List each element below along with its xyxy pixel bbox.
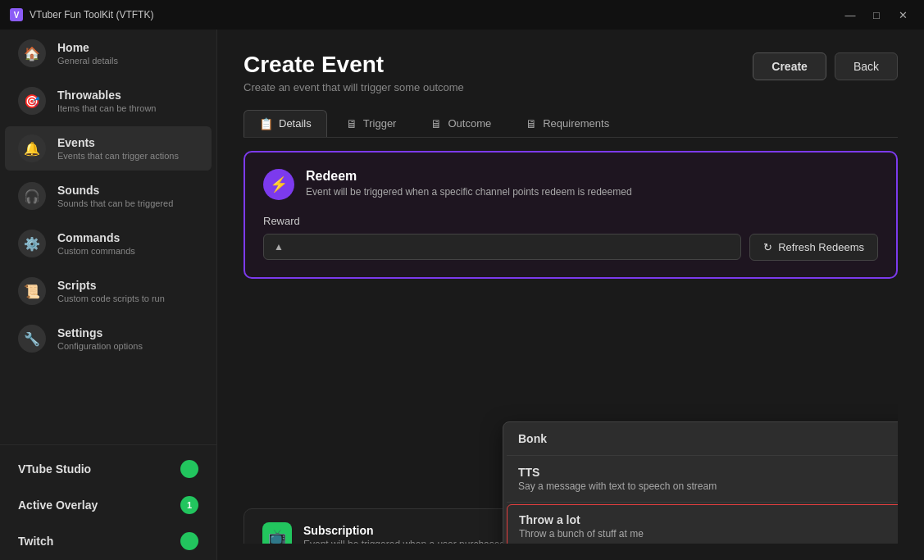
tab-details[interactable]: 📋 Details — [244, 110, 327, 137]
sidebar-label-scripts: Scripts — [57, 279, 165, 292]
refresh-icon: ↻ — [763, 241, 772, 253]
throw-a-lot-title: Throw a lot — [519, 513, 898, 526]
sidebar-sub-home: General details — [57, 56, 118, 66]
sidebar-label-sounds: Sounds — [57, 184, 173, 197]
reward-row: ▲ ↻ Refresh Redeems — [263, 234, 878, 261]
dropdown-item-throw-a-lot[interactable]: Throw a lot Throw a bunch of stuff at me — [507, 504, 898, 544]
tab-trigger[interactable]: 🖥 Trigger — [330, 110, 412, 137]
dropdown-item-bonk[interactable]: Bonk — [503, 422, 898, 455]
content-scroll: ⚡ Redeem Event will be triggered when a … — [244, 151, 898, 544]
header-actions: Create Back — [753, 52, 898, 80]
events-icon: 🔔 — [18, 134, 46, 162]
main-content: Create Event Create an event that will t… — [217, 30, 924, 560]
details-tab-icon: 📋 — [259, 117, 273, 130]
twitch-label: Twitch — [18, 535, 53, 548]
sidebar-sub-events: Events that can trigger actions — [57, 151, 179, 161]
event-card-icon: ⚡ — [263, 169, 294, 200]
refresh-redeems-button[interactable]: ↻ Refresh Redeems — [749, 234, 878, 261]
sidebar-item-twitch[interactable]: Twitch — [5, 524, 212, 558]
bonk-title: Bonk — [518, 432, 898, 445]
trigger-tab-icon: 🖥 — [346, 117, 357, 130]
commands-icon: ⚙️ — [18, 230, 46, 257]
subscription-icon: 📺 — [262, 522, 292, 544]
throwables-icon: 🎯 — [18, 87, 46, 115]
titlebar-left: V VTuber Fun ToolKit (VTFTK) — [10, 8, 153, 21]
back-button[interactable]: Back — [835, 52, 898, 80]
sidebar-item-events[interactable]: 🔔 Events Events that can trigger actions — [5, 126, 212, 171]
sidebar-item-sounds[interactable]: 🎧 Sounds Sounds that can be triggered — [5, 174, 212, 218]
tab-requirements-label: Requirements — [543, 117, 609, 130]
sidebar-sub-scripts: Custom code scripts to run — [57, 294, 165, 303]
sidebar-item-active-overlay[interactable]: Active Overlay 1 — [5, 488, 212, 522]
sidebar-sub-sounds: Sounds that can be triggered — [57, 198, 173, 208]
vtube-studio-status — [180, 460, 198, 478]
sidebar-sub-throwables: Items that can be thrown — [57, 103, 156, 113]
reward-select[interactable]: ▲ — [263, 234, 741, 260]
page-title: Create Event — [244, 52, 464, 78]
sounds-icon: 🎧 — [18, 182, 46, 210]
dropdown-item-tts[interactable]: TTS Say a message with text to speech on… — [503, 456, 898, 502]
sidebar-item-home[interactable]: 🏠 Home General details — [5, 31, 212, 75]
reward-section: Reward ▲ ↻ Refresh Redeems — [263, 215, 878, 261]
sidebar-label-home: Home — [57, 41, 118, 54]
minimize-button[interactable]: — — [839, 7, 862, 23]
page-header: Create Event Create an event that will t… — [244, 52, 898, 93]
sidebar-item-commands[interactable]: ⚙️ Commands Custom commands — [5, 221, 212, 266]
titlebar: V VTuber Fun ToolKit (VTFTK) — □ ✕ — [0, 0, 924, 30]
sidebar-label-commands: Commands — [57, 231, 135, 244]
tab-trigger-label: Trigger — [363, 117, 397, 130]
vtube-studio-label: VTube Studio — [18, 462, 91, 476]
sidebar-item-throwables[interactable]: 🎯 Throwables Items that can be thrown — [5, 79, 212, 123]
sidebar-label-throwables: Throwables — [57, 89, 156, 102]
scripts-icon: 📜 — [18, 277, 46, 305]
throw-a-lot-desc: Throw a bunch of stuff at me — [519, 528, 898, 540]
sidebar-item-scripts[interactable]: 📜 Scripts Custom code scripts to run — [5, 269, 212, 313]
active-overlay-status: 1 — [180, 496, 198, 514]
reward-label: Reward — [263, 215, 878, 227]
app-body: 🏠 Home General details 🎯 Throwables Item… — [0, 30, 924, 560]
close-button[interactable]: ✕ — [891, 7, 914, 23]
app-logo: V — [10, 8, 23, 21]
outcome-tab-icon: 🖥 — [430, 117, 442, 130]
window-controls: — □ ✕ — [839, 7, 914, 23]
sidebar-bottom: VTube Studio Active Overlay 1 Twitch — [0, 444, 216, 560]
sidebar-label-settings: Settings — [57, 326, 143, 339]
event-card-desc: Event will be triggered when a specific … — [306, 186, 632, 198]
reward-dropdown[interactable]: Bonk TTS Say a message with text to spee… — [503, 421, 898, 544]
refresh-label: Refresh Redeems — [778, 241, 864, 253]
sidebar-item-settings[interactable]: 🔧 Settings Configuration options — [5, 316, 212, 361]
tts-desc: Say a message with text to speech on str… — [518, 480, 898, 492]
tab-details-label: Details — [279, 117, 312, 130]
active-overlay-label: Active Overlay — [18, 499, 98, 512]
dropdown-divider-2 — [507, 502, 898, 503]
page-subtitle: Create an event that will trigger some o… — [244, 81, 464, 93]
app-title: VTuber Fun ToolKit (VTFTK) — [30, 9, 153, 20]
event-card-header: ⚡ Redeem Event will be triggered when a … — [263, 169, 878, 200]
maximize-button[interactable]: □ — [865, 7, 888, 23]
home-icon: 🏠 — [18, 39, 46, 67]
sidebar: 🏠 Home General details 🎯 Throwables Item… — [0, 30, 217, 560]
tab-outcome-label: Outcome — [448, 117, 491, 130]
tab-outcome[interactable]: 🖥 Outcome — [415, 110, 507, 137]
sidebar-sub-settings: Configuration options — [57, 341, 143, 351]
create-button[interactable]: Create — [753, 52, 826, 80]
sidebar-label-events: Events — [57, 136, 179, 149]
tts-title: TTS — [518, 466, 898, 479]
redeem-event-card: ⚡ Redeem Event will be triggered when a … — [244, 151, 898, 279]
tabs-bar: 📋 Details 🖥 Trigger 🖥 Outcome 🖥 Requirem… — [244, 110, 898, 138]
event-card-title: Redeem — [306, 169, 632, 184]
tab-requirements[interactable]: 🖥 Requirements — [510, 110, 625, 137]
requirements-tab-icon: 🖥 — [526, 117, 537, 130]
settings-icon: 🔧 — [18, 325, 46, 353]
twitch-status — [180, 532, 198, 550]
sidebar-sub-commands: Custom commands — [57, 246, 135, 256]
sidebar-item-vtube-studio[interactable]: VTube Studio — [5, 452, 212, 486]
reward-select-arrow: ▲ — [274, 241, 284, 253]
